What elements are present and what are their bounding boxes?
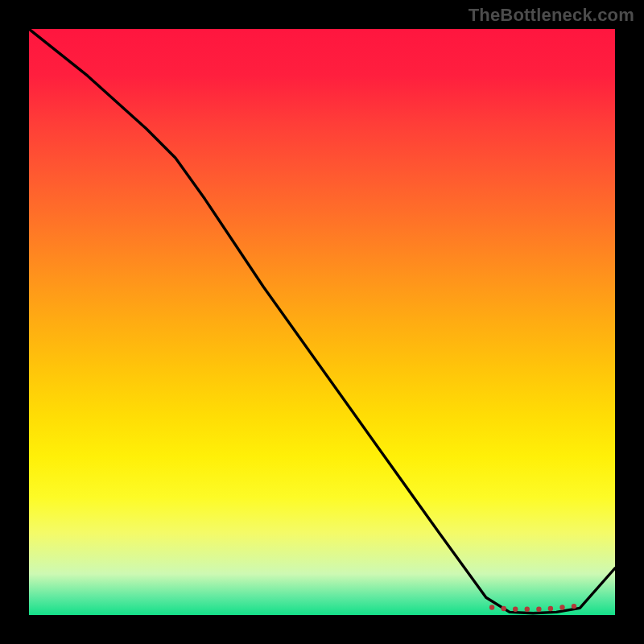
min-marker-dot — [513, 607, 518, 612]
min-marker-dot — [559, 605, 564, 609]
min-marker-dot — [548, 606, 553, 611]
watermark-text: TheBottleneck.com — [469, 5, 634, 26]
chart-svg — [29, 29, 615, 615]
min-marker-dot — [536, 607, 541, 612]
min-marker-dot — [489, 605, 494, 609]
chart-frame: TheBottleneck.com — [0, 0, 644, 644]
min-marker-dot — [572, 604, 576, 609]
min-marker-dot — [502, 606, 506, 611]
plot-area — [29, 29, 615, 615]
min-marker-dot — [525, 607, 530, 612]
bottleneck-curve — [29, 29, 615, 613]
